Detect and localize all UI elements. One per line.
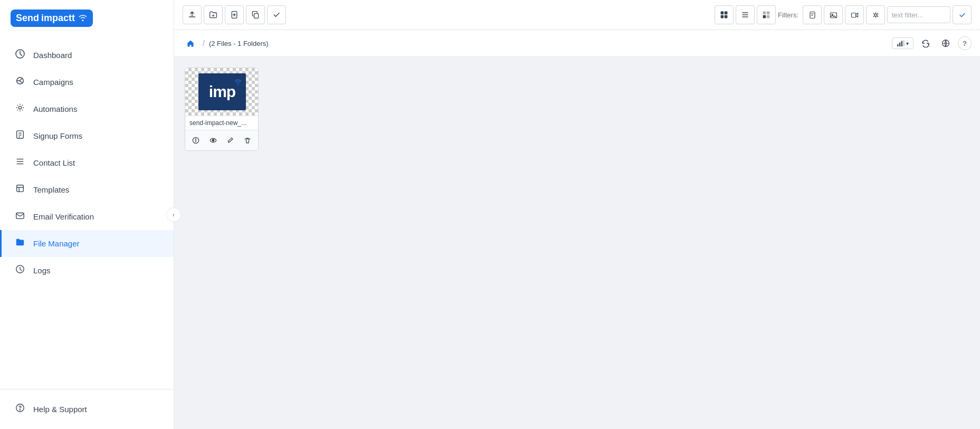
automations-icon bbox=[14, 103, 26, 115]
logs-label: Logs bbox=[33, 266, 51, 275]
svg-point-1 bbox=[18, 106, 21, 109]
svg-rect-9 bbox=[17, 185, 24, 192]
grid-view-button[interactable] bbox=[715, 5, 734, 24]
campaigns-icon bbox=[14, 76, 26, 88]
svg-rect-19 bbox=[725, 12, 728, 15]
contact-list-icon bbox=[14, 157, 26, 169]
dashboard-icon bbox=[14, 49, 26, 61]
svg-rect-37 bbox=[899, 43, 900, 47]
filter-file-button[interactable] bbox=[803, 5, 822, 24]
sidebar-item-dashboard[interactable]: Dashboard bbox=[0, 42, 174, 69]
filter-image-button[interactable] bbox=[824, 5, 843, 24]
svg-rect-12 bbox=[16, 213, 24, 219]
templates-icon bbox=[14, 184, 26, 196]
help-button[interactable]: ? bbox=[958, 36, 972, 50]
svg-point-43 bbox=[196, 139, 196, 139]
list-view-button[interactable] bbox=[736, 5, 755, 24]
logo-area: Send impactt bbox=[0, 0, 174, 36]
sidebar-bottom: Help & Support bbox=[0, 389, 174, 429]
svg-rect-20 bbox=[721, 15, 724, 18]
file-edit-button[interactable] bbox=[223, 134, 237, 147]
file-thumbnail: imp bbox=[185, 68, 259, 116]
toolbar-filters: Filters: bbox=[778, 5, 972, 24]
svg-rect-29 bbox=[810, 12, 815, 18]
refresh-button[interactable] bbox=[918, 35, 934, 51]
svg-rect-28 bbox=[767, 15, 770, 18]
svg-point-33 bbox=[832, 14, 833, 15]
help-support-label: Help & Support bbox=[33, 405, 87, 414]
breadcrumb-bar: / (2 Files - 1 Folders) ▾ ? bbox=[174, 30, 980, 57]
sidebar-item-logs[interactable]: Logs bbox=[0, 257, 174, 284]
email-verification-label: Email Verification bbox=[33, 212, 94, 221]
file-preview-button[interactable] bbox=[206, 134, 220, 147]
main-content: Filters: / (2 Files - 1 bbox=[174, 0, 980, 429]
file-thumb-wifi-icon bbox=[233, 77, 243, 88]
file-delete-button[interactable] bbox=[241, 134, 254, 147]
email-verification-icon bbox=[14, 211, 26, 223]
signal-button[interactable]: ▾ bbox=[892, 37, 914, 49]
svg-rect-27 bbox=[763, 15, 766, 18]
svg-point-45 bbox=[212, 139, 214, 141]
filter-text-input[interactable] bbox=[887, 6, 950, 23]
detail-view-button[interactable] bbox=[757, 5, 776, 24]
svg-point-35 bbox=[874, 14, 877, 16]
logo-send: Send bbox=[16, 13, 39, 24]
campaigns-label: Campaigns bbox=[33, 78, 73, 87]
sidebar-nav: Dashboard Campaigns Automations Signup F… bbox=[0, 36, 174, 389]
sidebar-item-automations[interactable]: Automations bbox=[0, 96, 174, 122]
contact-list-label: Contact List bbox=[33, 158, 75, 167]
sidebar-item-help-support[interactable]: Help & Support bbox=[13, 398, 161, 421]
collapse-icon: ‹ bbox=[173, 211, 175, 218]
logo-impactt: impactt bbox=[41, 13, 75, 24]
svg-rect-38 bbox=[901, 41, 902, 47]
breadcrumb-right: ▾ ? bbox=[892, 35, 972, 51]
signup-forms-label: Signup Forms bbox=[33, 131, 82, 140]
file-manager-icon bbox=[14, 237, 26, 250]
copy-button[interactable] bbox=[246, 5, 265, 24]
logs-icon bbox=[14, 264, 26, 277]
sidebar-item-signup-forms[interactable]: Signup Forms bbox=[0, 122, 174, 149]
sidebar-item-contact-list[interactable]: Contact List bbox=[0, 149, 174, 176]
file-info-button[interactable] bbox=[189, 134, 203, 147]
file-card: imp send-impact-new_... bbox=[185, 68, 259, 151]
sidebar-item-file-manager[interactable]: File Manager bbox=[0, 230, 174, 257]
svg-rect-18 bbox=[721, 12, 724, 15]
toolbar: Filters: bbox=[174, 0, 980, 30]
file-thumb-text: imp bbox=[209, 83, 235, 101]
svg-rect-39 bbox=[903, 40, 905, 46]
breadcrumb-home-button[interactable] bbox=[183, 35, 198, 51]
globe-button[interactable] bbox=[938, 35, 954, 51]
svg-point-15 bbox=[20, 409, 20, 410]
select-all-button[interactable] bbox=[267, 5, 286, 24]
sidebar-item-campaigns[interactable]: Campaigns bbox=[0, 69, 174, 96]
breadcrumb-info: (2 Files - 1 Folders) bbox=[209, 40, 269, 47]
sidebar-item-email-verification[interactable]: Email Verification bbox=[0, 203, 174, 230]
help-support-icon bbox=[14, 403, 26, 415]
file-name: send-impact-new_... bbox=[185, 116, 258, 130]
sidebar-collapse-button[interactable]: ‹ bbox=[166, 207, 181, 222]
breadcrumb-left: / (2 Files - 1 Folders) bbox=[183, 35, 269, 51]
view-buttons bbox=[715, 5, 776, 24]
file-thumb-inner: imp bbox=[198, 73, 246, 110]
svg-rect-26 bbox=[767, 12, 770, 15]
sidebar-item-templates[interactable]: Templates bbox=[0, 176, 174, 203]
app-logo: Send impactt bbox=[11, 9, 93, 27]
svg-rect-36 bbox=[897, 44, 898, 47]
new-folder-button[interactable] bbox=[204, 5, 223, 24]
svg-rect-34 bbox=[851, 13, 855, 17]
sidebar: Send impactt Dashboard Campaigns bbox=[0, 0, 174, 429]
svg-rect-25 bbox=[763, 12, 766, 15]
filter-audio-button[interactable] bbox=[866, 5, 885, 24]
logo-wifi-icon bbox=[78, 14, 88, 23]
templates-label: Templates bbox=[33, 185, 69, 194]
filter-video-button[interactable] bbox=[845, 5, 864, 24]
file-area: imp send-impact-new_... bbox=[174, 57, 980, 429]
new-file-button[interactable] bbox=[225, 5, 244, 24]
file-manager-label: File Manager bbox=[33, 239, 80, 248]
signal-dropdown-icon: ▾ bbox=[906, 41, 909, 46]
upload-button[interactable] bbox=[183, 5, 202, 24]
breadcrumb-separator: / bbox=[203, 39, 205, 47]
filters-label: Filters: bbox=[778, 11, 798, 19]
filter-confirm-button[interactable] bbox=[953, 5, 972, 24]
dashboard-label: Dashboard bbox=[33, 51, 72, 60]
